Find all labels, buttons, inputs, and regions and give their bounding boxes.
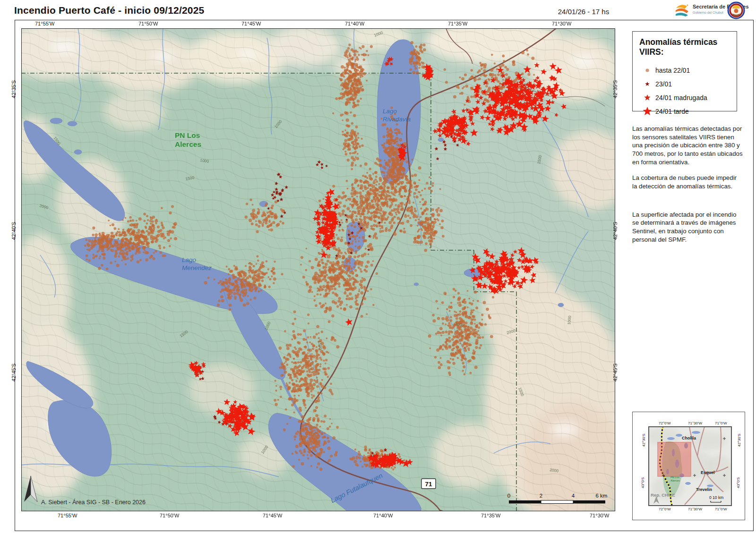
- grat-label-bottom: 71°30'W: [590, 513, 609, 518]
- note-clouds: La cobertura de nubes puede impedir la d…: [632, 174, 743, 190]
- inset-grat-label: 71°0'W: [715, 507, 727, 511]
- legend-item-label: 24/01 madrugada: [655, 94, 707, 101]
- secretaria-bosques-logo-icon: [675, 3, 690, 17]
- grat-label-top: 71°55'W: [35, 21, 54, 26]
- legend-item: 24/01 madrugada: [639, 91, 737, 104]
- svg-text:PN Los: PN Los: [175, 131, 200, 139]
- main-map-canvas: 1000150015002000100010001500100015002000…: [21, 28, 615, 511]
- grat-label-bottom: 71°45'W: [263, 513, 282, 518]
- star-small-symbol-icon: [639, 78, 655, 90]
- star-medium-symbol-icon: [639, 92, 655, 104]
- map-layers: 1000150015002000100010001500100015002000…: [21, 28, 615, 511]
- inset-grat-label: 71°0'W: [715, 421, 727, 425]
- grat-label-left: 42°40'S: [11, 222, 17, 240]
- notes-block: Las anomalías térmicas detectadas por lo…: [632, 125, 743, 251]
- svg-text:Alerces: Alerces: [175, 140, 201, 148]
- inset-place-label: Esquel: [701, 470, 715, 475]
- svg-text:1000: 1000: [567, 315, 572, 325]
- grat-label-top: 71°45'W: [241, 21, 261, 26]
- svg-text:4: 4: [572, 493, 575, 499]
- note-surface: La superficie afectada por el incendio s…: [632, 211, 743, 244]
- inset-grat-label: 42°30'S: [737, 434, 741, 447]
- inset-grat-label: 71°30'W: [688, 507, 702, 511]
- inset-place-label: PN Los: [670, 476, 679, 479]
- legend-title: Anomalías térmicas VIIRS:: [639, 37, 737, 57]
- report-datetime: 24/01/26 - 17 hs: [553, 8, 614, 16]
- inset-grat-label: 71°30'W: [688, 421, 702, 425]
- grat-label-left: 42°45'S: [11, 363, 17, 381]
- grat-label-top: 71°50'W: [138, 21, 158, 26]
- svg-text:6 km: 6 km: [596, 493, 608, 499]
- grat-label-top: 71°35'W: [448, 21, 467, 26]
- svg-text:2: 2: [540, 493, 542, 499]
- grat-label-left: 42°35'S: [11, 80, 17, 98]
- grat-label-right: 42°45'S: [612, 363, 618, 381]
- firefighters-emblem-icon: [727, 1, 746, 19]
- inset-grat-label: 72°0'W: [659, 421, 671, 425]
- grat-label-bottom: 71°40'W: [373, 513, 393, 518]
- legend-item-label: 24/01 tarde: [655, 108, 689, 115]
- map-attribution: A. Siebert - Área SIG - SB - Enero 2026: [41, 499, 146, 506]
- inset-grat-label: 43°0'S: [641, 477, 645, 488]
- star-large-symbol-icon: [639, 105, 655, 118]
- inset-place-label: Alerces: [670, 479, 680, 482]
- inset-place-label: Trevelin: [696, 487, 712, 492]
- grat-label-right: 42°35'S: [612, 80, 618, 98]
- svg-text:Lago: Lago: [182, 256, 197, 263]
- route-shield: 71: [421, 479, 436, 489]
- dot-symbol-icon: [639, 64, 655, 76]
- inset-map-canvas: CholilaEsquelTrevelinPN LosAlercesRep. C…: [648, 426, 732, 506]
- grat-label-bottom: 71°50'W: [160, 513, 179, 518]
- inset-grat-label: 42°30'S: [642, 434, 646, 447]
- legend-item: 24/01 tarde: [639, 104, 737, 118]
- inset-scale-label: 0 10 km: [709, 495, 723, 500]
- main-map: 1000150015002000100010001500100015002000…: [21, 28, 615, 511]
- svg-text:71: 71: [425, 481, 432, 488]
- grat-label-top: 71°40'W: [345, 21, 364, 26]
- note-precision: Las anomalías térmicas detectadas por lo…: [632, 125, 743, 166]
- svg-text:0: 0: [507, 493, 510, 499]
- legend: Anomalías térmicas VIIRS: hasta 22/01 23…: [632, 31, 737, 111]
- grat-label-bottom: 71°35'W: [481, 513, 500, 518]
- legend-item: 23/01: [639, 77, 737, 91]
- inset-grat-label: 43°0'S: [736, 477, 740, 488]
- grat-label-bottom: 71°55'W: [58, 513, 77, 518]
- inset-extent-rectangle: [658, 442, 691, 476]
- fire-map-report: { "header": { "title": "Incendio Puerto …: [0, 0, 756, 541]
- grat-label-right: 42°40'S: [612, 222, 618, 240]
- page-title: Incendio Puerto Café - inicio 09/12/2025: [14, 5, 204, 16]
- legend-item: hasta 22/01: [639, 63, 737, 77]
- legend-item-label: 23/01: [655, 80, 672, 88]
- svg-text:Lago: Lago: [383, 108, 397, 115]
- svg-text:Rivadavia: Rivadavia: [383, 116, 411, 123]
- inset-grat-label: 72°0'W: [659, 507, 671, 511]
- grat-label-top: 71°30'W: [552, 21, 571, 26]
- inset-place-label: Cholila: [682, 436, 696, 440]
- inset-country-label: Rep. CHILE: [651, 492, 675, 498]
- svg-text:Menendez: Menendez: [182, 264, 212, 271]
- legend-item-label: hasta 22/01: [655, 67, 690, 74]
